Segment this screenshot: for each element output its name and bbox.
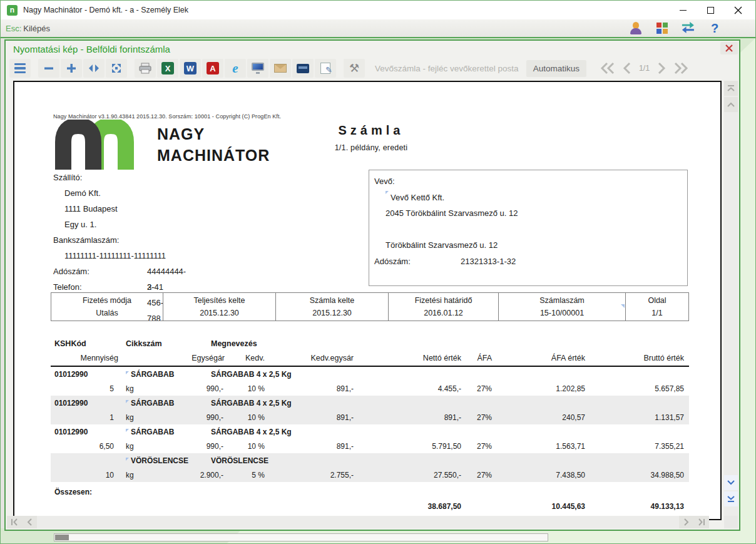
preview-toolbar: X W A e ✎ ⚒ Vevőszámla - fejléc vevőkere… xyxy=(6,57,739,80)
sync-button[interactable] xyxy=(680,21,697,36)
fit-page-button[interactable] xyxy=(106,59,127,78)
customer-name: Vevő Kettő Kft. xyxy=(391,193,444,202)
double-chevron-right-icon xyxy=(673,62,688,74)
report-template-name: Vevőszámla - fejléc vevőkerettel posta xyxy=(375,64,519,73)
scroll-down-button[interactable] xyxy=(724,475,738,490)
export-pdf-button[interactable]: A xyxy=(202,59,223,78)
totals-row: Összesen: xyxy=(51,485,689,499)
monitor-icon xyxy=(252,63,264,74)
chevron-up-icon xyxy=(727,101,735,108)
previous-page-button[interactable] xyxy=(621,62,633,74)
open-in-browser-button[interactable]: e xyxy=(225,59,246,78)
meta-label: Fizetés módja xyxy=(83,296,131,305)
vertical-scrollbar[interactable] xyxy=(724,81,738,519)
screen-view-button[interactable] xyxy=(247,59,268,78)
first-page-button[interactable] xyxy=(599,62,616,74)
meta-label: Számlaszám xyxy=(539,296,585,305)
plus-icon xyxy=(66,63,77,74)
archive-button[interactable] xyxy=(292,59,314,78)
note-marker-icon xyxy=(126,371,129,374)
menu-bar: Esc:Kilépés ? xyxy=(1,19,755,37)
zoom-in-button[interactable] xyxy=(61,59,82,78)
title-bar: n Nagy Machinátor - Demó kft. - a - Szem… xyxy=(1,1,755,19)
print-preview-panel: Nyomtatási kép - Belföldi forintszámla X… xyxy=(4,39,740,531)
minimize-button[interactable] xyxy=(669,1,697,19)
scroll-to-right-end-button[interactable] xyxy=(694,516,709,528)
supplier-bank-label: Bankszámlaszám: xyxy=(53,232,166,248)
fit-width-button[interactable] xyxy=(83,59,105,78)
window-close-button[interactable] xyxy=(724,1,752,19)
col-header: Bruttó érték xyxy=(591,354,689,362)
totals-afa: 10.445,63 xyxy=(496,502,591,511)
automatic-mode-button[interactable]: Automatikus xyxy=(526,60,586,77)
scrollbar-thumb[interactable] xyxy=(55,535,69,540)
word-icon: W xyxy=(184,62,197,74)
scroll-right-button[interactable] xyxy=(679,516,694,528)
double-chevron-left-icon xyxy=(600,62,615,74)
supplier-tax-label: Adószám: xyxy=(53,267,89,276)
meta-value: 2016.01.12 xyxy=(424,309,463,317)
preview-title: Nyomtatási kép - Belföldi forintszámla xyxy=(13,44,170,54)
settings-button[interactable]: ⚒ xyxy=(344,59,365,78)
meta-value: Utalás xyxy=(96,309,118,317)
col-header: Kedv.egysár xyxy=(266,354,356,362)
chevron-right-icon xyxy=(657,62,666,74)
meta-label: Számla kelte xyxy=(310,296,355,305)
export-excel-button[interactable]: X xyxy=(157,59,178,78)
chevron-down-icon xyxy=(727,480,735,486)
item-row: VÖRÖSLENCSE VÖRÖSLENCSE xyxy=(51,453,689,468)
chevron-down-line-icon xyxy=(727,495,735,503)
scroll-to-left-end-button[interactable] xyxy=(7,516,22,528)
horizontal-scrollbar[interactable] xyxy=(7,516,709,528)
question-mark-icon: ? xyxy=(711,21,718,36)
col-header: KSHKód xyxy=(51,339,121,348)
menu-button[interactable] xyxy=(9,59,31,78)
meta-value: 2015.12.30 xyxy=(312,309,352,317)
maximize-button[interactable] xyxy=(697,1,724,19)
invoice-title: Számla xyxy=(277,123,465,138)
close-preview-button[interactable] xyxy=(720,42,738,54)
scroll-to-bottom-button[interactable] xyxy=(724,491,738,506)
customer-label: Vevő: xyxy=(374,173,682,190)
scroll-up-button[interactable] xyxy=(724,97,738,112)
user-button[interactable] xyxy=(628,21,644,36)
last-page-button[interactable] xyxy=(672,62,690,74)
customer-postal-address: Törökbálint Szarvasmező u. 12 xyxy=(374,237,682,254)
chevron-left-icon xyxy=(623,62,631,74)
archive-box-icon xyxy=(297,64,309,73)
scroll-to-top-button[interactable] xyxy=(724,81,738,96)
supplier-name: Demó Kft. xyxy=(53,185,166,201)
copy-info: 1/1. példány, eredeti xyxy=(277,143,465,152)
scroll-left-button[interactable] xyxy=(22,516,37,528)
col-header: Mennyiség xyxy=(51,354,121,362)
edit-template-button[interactable]: ✎ xyxy=(315,59,336,78)
modules-button[interactable] xyxy=(654,21,670,36)
item-row: 6,50 kg 990,- 10 % 891,- 5.791,50 27% 1.… xyxy=(51,439,689,453)
help-button[interactable]: ? xyxy=(707,21,723,36)
customer-block: Vevő: Vevő Kettő Kft. 2045 Törökbálint S… xyxy=(369,170,688,286)
print-button[interactable] xyxy=(135,59,156,78)
esc-exit-command[interactable]: Esc:Kilépés xyxy=(6,24,50,33)
invoice-items-table: KSHKód Cikkszám Megnevezés Mennyiség Egy… xyxy=(51,336,689,513)
apps-grid-icon xyxy=(656,23,668,34)
export-word-button[interactable]: W xyxy=(180,59,201,78)
close-icon xyxy=(734,6,742,14)
scrollbar-corner xyxy=(724,516,738,528)
chevron-right-icon xyxy=(683,518,690,526)
outer-horizontal-scrollbar[interactable] xyxy=(54,533,548,541)
zoom-out-button[interactable] xyxy=(38,59,59,78)
supplier-phone-label: Telefon: xyxy=(53,282,82,292)
col-header: Egységár xyxy=(181,354,226,362)
item-row: 01012990 SÁRGABAB SÁRGABAB 4 x 2,5 Kg xyxy=(51,396,689,410)
tools-icon: ⚒ xyxy=(349,61,359,75)
meta-value: 15-10/00001 xyxy=(540,309,584,317)
customer-tax-number: 21321313-1-32 xyxy=(461,254,516,270)
meta-label: Oldal xyxy=(648,296,666,305)
col-header: ÁFA xyxy=(464,354,496,362)
send-email-button[interactable] xyxy=(270,59,291,78)
chevron-up-line-icon xyxy=(727,84,735,93)
item-row: 01012990 SÁRGABAB SÁRGABAB 4 x 2,5 Kg xyxy=(51,367,689,381)
next-page-button[interactable] xyxy=(656,62,667,74)
excel-icon: X xyxy=(161,62,174,74)
supplier-block: Szállító: Demó Kft. 1111 Budapest Egy u.… xyxy=(53,170,166,295)
